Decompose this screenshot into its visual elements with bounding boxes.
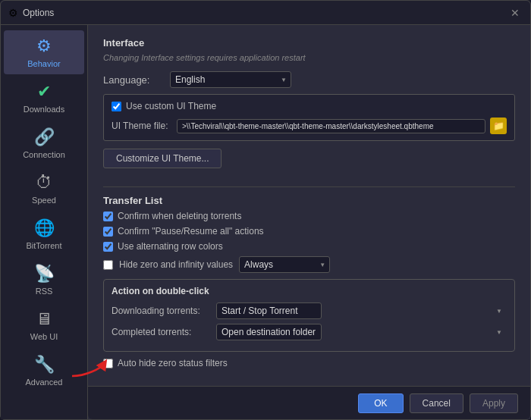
completed-select[interactable]: Open destination folder Start / Stop Tor… [216,324,322,340]
completed-torrents-row: Completed torrents: Open destination fol… [112,324,507,340]
alternating-rows-checkbox[interactable] [103,242,113,252]
bittorrent-icon: 🌐 [34,218,55,238]
sidebar-item-connection[interactable]: 🔗 Connection [4,121,84,165]
hide-zero-select[interactable]: Always Never When inactive [239,256,330,273]
theme-path-row: UI Theme file: 📁 [112,118,507,134]
action-section-title: Action on double-click [112,286,507,296]
sidebar-item-bittorrent[interactable]: 🌐 BitTorrent [4,212,84,256]
interface-subtitle: Changing Interface settings requires app… [103,53,515,62]
title-bar-left: ⚙ Options [8,7,54,19]
alternating-rows-label: Use alternating row colors [118,241,223,252]
sidebar-item-downloads[interactable]: ✔ Downloads [4,76,84,120]
downloading-label: Downloading torrents: [112,306,210,316]
theme-checkbox-label: Use custom UI Theme [126,101,216,111]
theme-box: Use custom UI Theme UI Theme file: 📁 [103,94,515,141]
auto-hide-row: Auto hide zero status filters [103,358,515,368]
hide-zero-select-wrapper: Always Never When inactive [239,256,330,273]
sidebar-item-webui[interactable]: 🖥 Web UI [4,303,84,347]
sidebar-item-label-bittorrent: BitTorrent [26,241,61,250]
language-label: Language: [103,74,164,86]
transfer-list-section: Transfer List Confirm when deleting torr… [103,195,515,273]
language-select-wrapper: English French German [170,71,291,88]
confirm-delete-row: Confirm when deleting torrents [103,211,515,221]
ok-button[interactable]: OK [358,393,403,413]
sidebar-item-label-behavior: Behavior [27,59,60,68]
sidebar-item-label-rss: RSS [36,287,53,296]
auto-hide-label: Auto hide zero status filters [118,358,228,368]
bottom-bar: OK Cancel Apply [88,386,530,419]
alternating-rows-row: Use alternating row colors [103,241,515,252]
title-bar: ⚙ Options ✕ [1,1,530,25]
theme-header: Use custom UI Theme [112,101,507,111]
confirm-delete-checkbox[interactable] [103,212,113,221]
sidebar-item-label-connection: Connection [23,150,65,159]
confirm-pause-label: Confirm "Pause/Resume all" actions [118,226,264,237]
sidebar-item-label-downloads: Downloads [24,105,64,114]
speed-icon: ⏱ [36,173,52,193]
theme-path-label: UI Theme file: [112,121,172,131]
language-select[interactable]: English French German [170,71,291,88]
theme-path-input[interactable] [177,119,485,133]
sidebar-item-behavior[interactable]: ⚙ Behavior [4,30,84,74]
hide-zero-label: Hide zero and infinity values [119,259,233,270]
use-custom-theme-checkbox[interactable] [112,102,121,111]
settings-scroll-area[interactable]: Interface Changing Interface settings re… [88,25,530,386]
rss-icon: 📡 [34,264,55,284]
advanced-icon: 🔧 [34,355,55,375]
section-divider-1 [103,186,515,187]
window-title: Options [23,8,54,18]
main-content: ⚙ Behavior ✔ Downloads 🔗 Connection ⏱ Sp… [1,25,530,419]
folder-browse-button[interactable]: 📁 [490,118,507,134]
completed-label: Completed torrents: [112,327,210,337]
downloading-select-wrapper: Start / Stop Torrent Open destination fo… [216,302,507,319]
sidebar-item-label-advanced: Advanced [26,378,63,387]
confirm-pause-row: Confirm "Pause/Resume all" actions [103,226,515,237]
arrow-indicator [71,358,108,379]
action-section: Action on double-click Downloading torre… [103,279,515,352]
customize-theme-button[interactable]: Customize UI Theme... [103,149,222,168]
downloads-icon: ✔ [37,82,51,102]
completed-select-wrapper: Open destination folder Start / Stop Tor… [216,324,507,340]
window-icon: ⚙ [8,7,18,19]
hide-zero-row: Hide zero and infinity values Always Nev… [103,256,515,273]
downloading-torrents-row: Downloading torrents: Start / Stop Torre… [112,302,507,319]
connection-icon: 🔗 [34,127,55,147]
language-row: Language: English French German [103,71,515,88]
interface-title: Interface [103,37,515,49]
close-button[interactable]: ✕ [507,5,523,20]
downloading-select[interactable]: Start / Stop Torrent Open destination fo… [216,302,322,319]
behavior-icon: ⚙ [36,36,52,56]
sidebar-item-advanced[interactable]: 🔧 Advanced [4,349,84,393]
sidebar-item-label-webui: Web UI [30,332,58,341]
main-panel: Interface Changing Interface settings re… [88,25,530,419]
hide-zero-checkbox[interactable] [103,260,113,270]
interface-section: Interface Changing Interface settings re… [103,37,515,88]
sidebar-item-label-speed: Speed [32,196,56,205]
sidebar-item-speed[interactable]: ⏱ Speed [4,167,84,211]
apply-button[interactable]: Apply [470,393,518,413]
options-window: ⚙ Options ✕ ⚙ Behavior ✔ Downloads 🔗 Con… [0,0,531,420]
sidebar: ⚙ Behavior ✔ Downloads 🔗 Connection ⏱ Sp… [1,25,88,419]
webui-icon: 🖥 [36,309,52,329]
confirm-delete-label: Confirm when deleting torrents [118,211,241,221]
transfer-list-title: Transfer List [103,195,515,206]
sidebar-item-rss[interactable]: 📡 RSS [4,258,84,302]
cancel-button[interactable]: Cancel [410,393,463,413]
confirm-pause-checkbox[interactable] [103,227,113,237]
